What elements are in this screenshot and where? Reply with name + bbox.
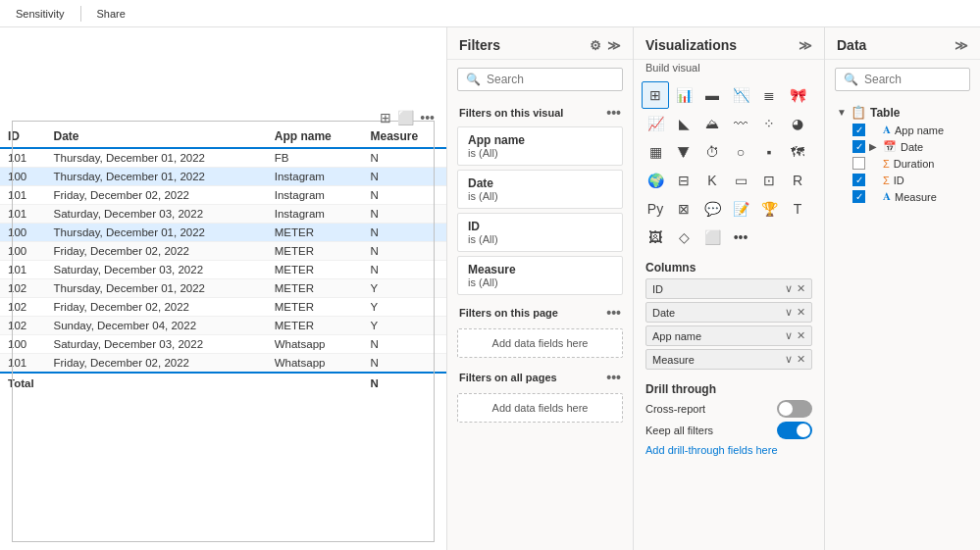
- viz-ribbon-icon[interactable]: 🎀: [784, 81, 811, 109]
- column-pill[interactable]: ID ∨ ✕: [645, 278, 812, 299]
- keep-filters-toggle[interactable]: [777, 422, 812, 439]
- filters-settings-icon[interactable]: ⚙: [590, 38, 601, 53]
- column-pill[interactable]: Date ∨ ✕: [645, 302, 812, 323]
- viz-map-icon[interactable]: 🗺: [784, 138, 811, 166]
- viz-filled-map-icon[interactable]: 🌍: [642, 167, 669, 194]
- viz-donut-icon[interactable]: ○: [727, 138, 754, 166]
- viz-line2-icon[interactable]: 〰: [727, 110, 754, 137]
- tree-item-checkbox[interactable]: ✓: [852, 124, 865, 136]
- filter-card[interactable]: ID is (All): [457, 213, 623, 252]
- share-button[interactable]: Share: [89, 6, 133, 22]
- filter-icon[interactable]: ⊞: [380, 110, 391, 125]
- viz-key-icon[interactable]: 🏆: [755, 195, 783, 223]
- column-pill-remove[interactable]: ✕: [797, 282, 805, 295]
- viz-bar-icon[interactable]: 📊: [670, 81, 697, 109]
- viz-col-icon[interactable]: ▦: [642, 138, 669, 166]
- viz-line-icon[interactable]: 📈: [642, 110, 669, 137]
- tree-item[interactable]: ✓ ▶ 📅 Date: [833, 138, 972, 155]
- top-bar: Sensitivity Share: [0, 0, 980, 27]
- column-pill-chevron[interactable]: ∨: [785, 329, 793, 342]
- filters-search-box[interactable]: 🔍: [457, 68, 623, 91]
- viz-matrix-icon[interactable]: ⊟: [670, 167, 697, 194]
- viz-text-icon[interactable]: T: [784, 195, 811, 223]
- table-row: 101 Thursday, December 01, 2022 FB N: [0, 148, 446, 168]
- column-pill-chevron[interactable]: ∨: [785, 353, 793, 366]
- cell-date: Friday, December 02, 2022: [45, 298, 266, 317]
- sensitivity-button[interactable]: Sensitivity: [8, 6, 73, 22]
- filter-card[interactable]: Date is (All): [457, 170, 623, 209]
- tree-item-expand[interactable]: ▶: [869, 141, 879, 152]
- filters-all-pages-more-icon[interactable]: •••: [606, 370, 621, 385]
- add-fields-page-button[interactable]: Add data fields here: [457, 328, 623, 358]
- column-pill-remove[interactable]: ✕: [797, 306, 805, 319]
- column-pill-chevron[interactable]: ∨: [785, 306, 793, 319]
- viz-line-cluster-icon[interactable]: ⛰: [698, 110, 726, 137]
- column-pill[interactable]: Measure ∨ ✕: [645, 349, 812, 370]
- viz-image-icon[interactable]: 🖼: [642, 224, 669, 251]
- filters-search-input[interactable]: [487, 73, 634, 86]
- tree-item[interactable]: ✓ Σ ID: [833, 172, 972, 188]
- tree-item-checkbox[interactable]: ✓: [852, 140, 865, 153]
- column-pill-chevron[interactable]: ∨: [785, 282, 793, 295]
- viz-area-icon[interactable]: ◣: [670, 110, 697, 137]
- tree-item-checkbox[interactable]: ✓: [852, 190, 865, 203]
- tree-item[interactable]: ✓ 𝐀 App name: [833, 122, 972, 138]
- viz-gauge-icon[interactable]: ⏱: [698, 138, 726, 166]
- viz-funnel-icon[interactable]: ⯆: [670, 138, 697, 166]
- column-pill-label: Measure: [652, 354, 695, 366]
- focus-icon[interactable]: ⬜: [397, 110, 414, 125]
- column-pill-remove[interactable]: ✕: [797, 353, 805, 366]
- viz-slicer-icon[interactable]: R: [784, 167, 811, 194]
- viz-python-icon[interactable]: Py: [642, 195, 669, 223]
- viz-waterfall-icon[interactable]: ≣: [755, 81, 783, 109]
- table-row: 100 Friday, December 02, 2022 METER N: [0, 242, 446, 261]
- filters-expand-icon[interactable]: ≫: [607, 38, 621, 53]
- tree-item-checkbox[interactable]: [852, 157, 865, 170]
- viz-stacked-bar-icon[interactable]: ▬: [698, 81, 726, 109]
- viz-button-icon[interactable]: ⬜: [698, 224, 726, 251]
- viz-more-icon[interactable]: •••: [727, 224, 754, 251]
- tree-item[interactable]: Σ Duration: [833, 155, 972, 172]
- viz-decomp-icon[interactable]: ⊠: [670, 195, 697, 223]
- viz-table-icon[interactable]: ⊞: [642, 81, 669, 109]
- viz-smart-icon[interactable]: 📝: [727, 195, 754, 223]
- tree-group-expand-icon: ▼: [837, 107, 847, 118]
- viz-multirow-card-icon[interactable]: ⊡: [755, 167, 783, 194]
- table-row: 102 Sunday, December 04, 2022 METER Y: [0, 317, 446, 335]
- more-options-icon[interactable]: •••: [420, 110, 435, 125]
- viz-card-icon[interactable]: ▭: [727, 167, 754, 194]
- viz-expand-icon[interactable]: ≫: [799, 38, 812, 53]
- viz-shape-icon[interactable]: ◇: [670, 224, 697, 251]
- viz-kpi-icon[interactable]: K: [698, 167, 726, 194]
- filters-page-more-icon[interactable]: •••: [606, 305, 621, 321]
- data-search-box[interactable]: 🔍: [835, 68, 970, 91]
- cell-app: Instagram: [267, 205, 363, 224]
- add-fields-all-pages-button[interactable]: Add data fields here: [457, 393, 623, 423]
- filter-card[interactable]: Measure is (All): [457, 256, 623, 295]
- table-row: 101 Saturday, December 03, 2022 METER N: [0, 261, 446, 279]
- cell-id: 102: [0, 279, 45, 298]
- data-expand-icon[interactable]: ≫: [954, 38, 968, 53]
- viz-treemap-icon[interactable]: ▪: [755, 138, 783, 166]
- column-pill[interactable]: App name ∨ ✕: [645, 325, 812, 346]
- viz-pie-icon[interactable]: ◕: [784, 110, 811, 137]
- cross-report-toggle[interactable]: [777, 400, 812, 418]
- cell-app: METER: [267, 279, 363, 298]
- column-pill-remove[interactable]: ✕: [797, 329, 805, 342]
- filters-visual-more-icon[interactable]: •••: [606, 105, 621, 121]
- data-search-input[interactable]: [864, 73, 980, 86]
- cell-app: METER: [267, 317, 363, 335]
- add-drill-button[interactable]: Add drill-through fields here: [645, 444, 778, 456]
- viz-qa-icon[interactable]: 💬: [698, 195, 726, 223]
- data-panel: Data ≫ 🔍 ▼ 📋 Table ✓ 𝐀 App name ✓ ▶ 📅 Da…: [825, 27, 980, 550]
- viz-header-icons: ≫: [799, 38, 812, 53]
- filter-card-value: is (All): [468, 190, 612, 202]
- tree-item[interactable]: ✓ 𝐀 Measure: [833, 188, 972, 205]
- tree-item-checkbox[interactable]: ✓: [852, 174, 865, 186]
- column-pill-icons: ∨ ✕: [785, 306, 805, 319]
- tree-group-table-header[interactable]: ▼ 📋 Table: [833, 103, 972, 122]
- cell-measure: N: [363, 205, 447, 224]
- viz-scatter-icon[interactable]: ⁘: [755, 110, 783, 137]
- viz-bar-cluster-icon[interactable]: 📉: [727, 81, 754, 109]
- filter-card[interactable]: App name is (All): [457, 126, 623, 166]
